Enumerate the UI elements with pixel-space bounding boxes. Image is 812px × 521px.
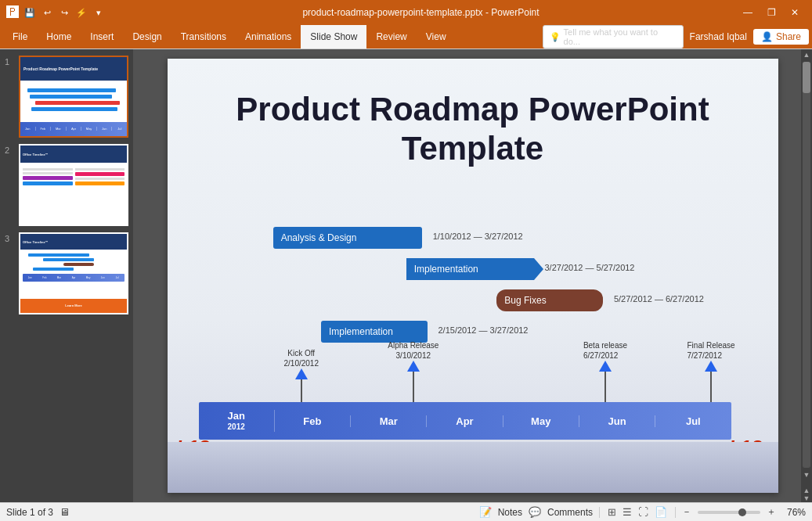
reading-view-icon[interactable]: 📄 (653, 506, 669, 518)
milestone-alpha: Alpha Release3/10/2012 (388, 340, 438, 403)
person-icon: 👤 (761, 31, 773, 42)
beta-line (604, 372, 606, 403)
final-flag-icon (705, 361, 717, 372)
zoom-thumb[interactable] (738, 508, 746, 516)
month-mar: Mar (351, 415, 427, 427)
status-divider-1 (599, 507, 600, 518)
customize-icon[interactable]: ⚡ (75, 6, 88, 19)
gantt-bar-analysis: Analysis & Design (273, 227, 422, 249)
outline-view-icon[interactable]: ☰ (621, 506, 633, 518)
month-bar-container: Jan2012 Feb Mar Apr May Jun Jul (199, 402, 731, 440)
tab-slideshow[interactable]: Slide Show (301, 25, 366, 49)
month-may: May (503, 415, 579, 427)
gantt-date-1: 1/10/2012 — 3/27/2012 (433, 232, 523, 241)
status-divider-2 (675, 507, 676, 518)
lightbulb-icon: 💡 (550, 32, 561, 42)
beta-flag-icon (599, 361, 612, 372)
slide-img-1[interactable]: Product Roadmap PowerPoint Template Jan … (19, 56, 128, 138)
zoom-out-icon[interactable]: － (682, 505, 691, 519)
tab-insert[interactable]: Insert (81, 25, 123, 49)
close-button[interactable]: ✕ (784, 2, 806, 23)
dropdown-icon[interactable]: ▾ (92, 6, 105, 19)
month-bar: Jan2012 Feb Mar Apr May Jun Jul (199, 402, 731, 440)
gantt-date-4: 2/15/2012 — 3/27/2012 (438, 325, 529, 335)
search-placeholder: Tell me what you want to do... (564, 27, 677, 46)
slide-img-2[interactable]: Office Timeline™ (19, 144, 128, 226)
status-icon-accessibility[interactable]: 🖥 (60, 506, 70, 518)
ribbon-search-area: 💡 Tell me what you want to do... Farshad… (543, 25, 809, 49)
gantt-row-1: Analysis & Design 1/10/2012 — 3/27/2012 (199, 227, 731, 253)
gantt-date-3: 5/27/2012 — 6/27/2012 (614, 294, 704, 304)
tab-home[interactable]: Home (37, 25, 81, 49)
gantt-bar-impl2: Implementation (321, 321, 428, 343)
tab-review[interactable]: Review (366, 25, 416, 49)
scroll-small-down[interactable]: ▼ (803, 494, 810, 502)
gantt-row-4: Implementation 2/15/2012 — 3/27/2012 (199, 321, 731, 347)
alpha-flag-icon (407, 361, 420, 372)
final-line (710, 372, 712, 403)
slide-thumbnail-2[interactable]: 2 Office Timeline™ (5, 144, 128, 226)
month-jan: Jan2012 (199, 410, 275, 432)
slide-title-area: Product Roadmap PowerPoint Template (168, 59, 778, 185)
milestone-beta-label: Beta release6/27/2012 (583, 340, 627, 361)
main-slide: Product Roadmap PowerPoint Template Anal… (168, 59, 778, 493)
month-jun: Jun (579, 415, 655, 427)
scroll-down-arrow[interactable]: ▼ (802, 469, 812, 480)
month-jul: Jul (655, 415, 731, 427)
slide-num-3: 3 (5, 232, 16, 243)
tab-design[interactable]: Design (123, 25, 171, 49)
slide-info: Slide 1 of 3 (6, 507, 53, 518)
powerpoint-icon: 🅿 (6, 5, 19, 20)
gantt-bars-area: Analysis & Design 1/10/2012 — 3/27/2012 … (199, 227, 731, 352)
zoom-level[interactable]: 76% (782, 507, 806, 518)
scroll-track[interactable] (803, 62, 810, 468)
ribbon-tab-bar: File Home Insert Design Transitions Anim… (0, 25, 812, 49)
user-name: Farshad Iqbal (690, 31, 747, 42)
search-box[interactable]: 💡 Tell me what you want to do... (543, 25, 684, 49)
comments-icon[interactable]: 💬 (529, 506, 541, 518)
milestone-kickoff: Kick Off2/10/2012 (284, 348, 319, 403)
slide-thumbnail-1[interactable]: 1 Product Roadmap PowerPoint Template Ja… (5, 56, 128, 138)
zoom-slider[interactable] (698, 511, 760, 514)
month-apr: Apr (427, 415, 503, 427)
slide-canvas-area: Product Roadmap PowerPoint Template Anal… (133, 49, 812, 502)
title-bar-left: 🅿 💾 ↩ ↪ ⚡ ▾ (6, 5, 105, 20)
kickoff-line (301, 379, 302, 403)
bottom-bar (168, 442, 778, 493)
scroll-small-up[interactable]: ▲ (803, 487, 810, 494)
view-icons: ⊞ ☰ ⛶ 📄 (606, 506, 669, 518)
zoom-in-icon[interactable]: ＋ (767, 505, 776, 519)
status-right: 📝 Notes 💬 Comments ⊞ ☰ ⛶ 📄 － ＋ 76% (479, 505, 806, 519)
month-feb: Feb (275, 415, 351, 427)
milestone-final: Final Release7/27/2012 (687, 340, 735, 403)
tab-transitions[interactable]: Transitions (171, 25, 236, 49)
minimize-button[interactable]: — (737, 2, 759, 23)
milestone-beta: Beta release6/27/2012 (583, 340, 627, 403)
gantt-date-2: 3/27/2012 — 5/27/2012 (545, 263, 635, 272)
share-button[interactable]: 👤 Share (753, 29, 809, 45)
scroll-up-arrow[interactable]: ▲ (802, 49, 812, 60)
gantt-row-2: Implementation 3/27/2012 — 5/27/2012 (199, 258, 731, 285)
tab-animations[interactable]: Animations (236, 25, 301, 49)
slideshow-view-icon[interactable]: ⛶ (637, 506, 650, 518)
alpha-line (413, 372, 414, 403)
slide-title: Product Roadmap PowerPoint Template (215, 90, 731, 169)
redo-icon[interactable]: ↪ (58, 6, 70, 19)
ribbon: File Home Insert Design Transitions Anim… (0, 25, 812, 49)
notes-icon[interactable]: 📝 (479, 506, 492, 518)
notes-label[interactable]: Notes (498, 507, 522, 518)
tab-view[interactable]: View (417, 25, 456, 49)
title-bar: 🅿 💾 ↩ ↪ ⚡ ▾ product-roadmap-powerpoint-t… (0, 0, 812, 25)
slide-img-3[interactable]: Office Timeline™ Jan Feb Mar (19, 232, 128, 314)
scroll-thumb[interactable] (803, 62, 810, 93)
slide-num-1: 1 (5, 56, 16, 66)
tab-file[interactable]: File (3, 25, 37, 49)
undo-icon[interactable]: ↩ (41, 6, 53, 19)
slide-content: Product Roadmap PowerPoint Template Anal… (168, 59, 778, 493)
normal-view-icon[interactable]: ⊞ (606, 506, 618, 518)
save-icon[interactable]: 💾 (23, 6, 36, 19)
slide-thumbnail-3[interactable]: 3 Office Timeline™ Jan (5, 232, 128, 314)
comments-label[interactable]: Comments (547, 507, 593, 518)
right-scrollbar: ▲ ▼ ▲ ▼ (801, 49, 812, 502)
restore-button[interactable]: ❐ (760, 2, 782, 23)
